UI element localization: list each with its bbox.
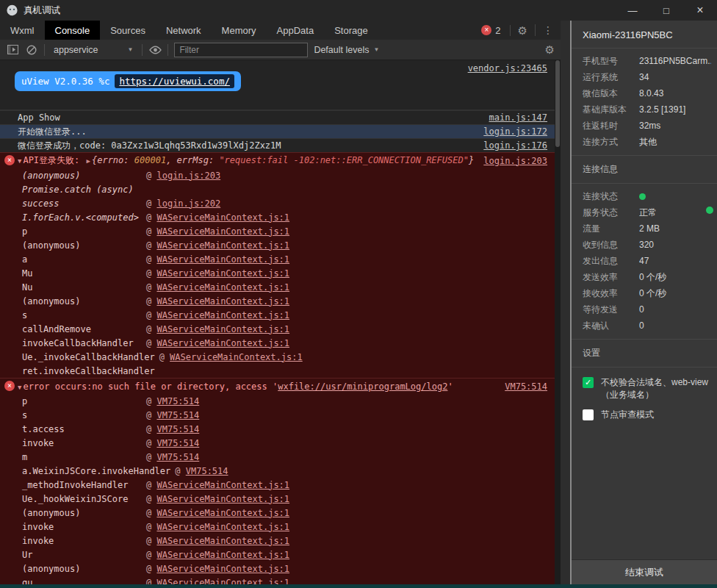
clear-console-icon[interactable] — [25, 43, 38, 57]
stack-source-link[interactable]: VM75:514 — [156, 410, 199, 420]
source-link[interactable]: login.js:172 — [483, 126, 547, 137]
stack-function-name: a — [22, 254, 146, 265]
stack-source-link[interactable]: WAServiceMainContext.js:1 — [156, 226, 289, 237]
filter-input[interactable] — [174, 43, 308, 57]
console-scrollbar[interactable] — [555, 60, 561, 584]
stack-source-link[interactable]: login.js:203 — [156, 171, 220, 181]
stack-source-link[interactable]: WAServiceMainContext.js:1 — [156, 494, 289, 504]
stack-frame-row: p@ VM75:514 — [0, 394, 555, 408]
stack-source-link[interactable]: WAServiceMainContext.js:1 — [156, 310, 289, 320]
tab-console[interactable]: Console — [45, 21, 101, 40]
panel-row-value: 3.2.5 [1391] — [639, 104, 711, 115]
stack-source-link[interactable]: VM75:514 — [186, 466, 228, 476]
error-count-badge[interactable]: × 2 — [481, 25, 510, 36]
error-message: ▼error occurs:no such file or directory,… — [18, 381, 505, 392]
stack-function-name: p — [22, 396, 146, 406]
tab-wxml[interactable]: Wxml — [0, 21, 45, 40]
stack-source-link[interactable]: WAServiceMainContext.js:1 — [156, 550, 289, 560]
panel-row-label: 服务状态 — [583, 207, 639, 219]
stack-source-link[interactable]: WAServiceMainContext.js:1 — [156, 522, 289, 532]
console-sidebar-toggle-icon[interactable] — [6, 43, 19, 57]
stack-source-link[interactable]: WAServiceMainContext.js:1 — [156, 564, 289, 574]
panel-row-value: 正常 — [639, 207, 711, 219]
settings-checkbox[interactable]: 节点审查模式 — [572, 404, 717, 424]
more-options-icon[interactable]: ⋮ — [535, 24, 553, 36]
stack-frame-row: Ue._invokeCallbackHandler@ WAServiceMain… — [0, 350, 555, 364]
source-link[interactable]: main.js:147 — [489, 112, 547, 123]
close-button[interactable]: × — [683, 0, 717, 21]
stack-source-link[interactable]: WAServiceMainContext.js:1 — [170, 352, 303, 362]
tab-storage[interactable]: Storage — [324, 21, 378, 40]
source-link[interactable]: vendor.js:23465 — [468, 63, 547, 74]
stack-source-link[interactable]: WAServiceMainContext.js:1 — [156, 536, 289, 546]
stack-frame-row: success@ login.js:202 — [0, 196, 555, 210]
end-debug-button[interactable]: 结束调试 — [572, 559, 717, 584]
stack-source-link[interactable]: WAServiceMainContext.js:1 — [156, 240, 289, 251]
checkbox-checked[interactable]: ✓ — [583, 377, 594, 388]
stack-function-name: callAndRemove — [22, 324, 146, 334]
error-header: ×▼API登录失败: ▶{errno: 600001, errMsg: "req… — [0, 153, 555, 168]
execution-context-select[interactable]: appservice ▼ — [51, 45, 136, 55]
scrollbar-thumb[interactable] — [555, 60, 560, 147]
eye-icon[interactable] — [148, 43, 162, 57]
stack-source-link[interactable]: VM75:514 — [156, 452, 199, 462]
bottom-status-strip — [0, 584, 717, 588]
devtools-settings-gear-icon[interactable]: ⚙ — [518, 25, 527, 36]
stack-function-name: invoke — [22, 522, 146, 532]
stack-source-link[interactable]: WAServiceMainContext.js:1 — [156, 268, 289, 279]
panel-row-label: 发送效率 — [583, 271, 639, 284]
panel-row-label: 连接方式 — [583, 136, 639, 148]
tab-appdata[interactable]: AppData — [267, 21, 325, 40]
uview-url-link[interactable]: https://uviewui.com/ — [115, 74, 234, 88]
stack-source-link[interactable]: WAServiceMainContext.js:1 — [156, 254, 289, 265]
log-levels-select[interactable]: Default levels ▼ — [314, 45, 379, 55]
window-title: 真机调试 — [24, 4, 60, 17]
console-log: vendor.js:23465 uView V2.0.36 %c https:/… — [0, 60, 555, 584]
panel-row-label: 未确认 — [583, 320, 639, 332]
checkbox-label: 不校验合法域名、web-view（业务域名） — [601, 376, 708, 401]
stack-source-link[interactable]: WAServiceMainContext.js:1 — [156, 338, 289, 348]
checkbox-unchecked[interactable] — [583, 409, 594, 420]
error-icon: × — [4, 381, 15, 391]
source-link[interactable]: VM75:514 — [505, 381, 547, 392]
panel-row: 连接方式其他 — [572, 134, 717, 150]
stack-source-link[interactable]: WAServiceMainContext.js:1 — [156, 480, 289, 490]
stack-function-name: (anonymous) — [22, 296, 146, 306]
log-message: App Show — [18, 112, 489, 123]
panel-row-value: 23116PN5BCarm... — [639, 56, 711, 66]
panel-row-label: 流量 — [583, 223, 639, 235]
stack-source-link[interactable]: VM75:514 — [156, 424, 199, 434]
stack-source-link[interactable]: WAServiceMainContext.js:1 — [156, 282, 289, 293]
stack-source-link[interactable]: WAServiceMainContext.js:1 — [156, 324, 289, 334]
status-dot — [639, 193, 646, 200]
tab-network[interactable]: Network — [156, 21, 212, 40]
stack-frame-row: (anonymous)@ login.js:203 — [0, 168, 555, 182]
stack-source-link[interactable]: WAServiceMainContext.js:1 — [156, 296, 289, 306]
stack-source-link[interactable]: VM75:514 — [156, 438, 199, 448]
stack-frame-row: (anonymous)@ WAServiceMainContext.js:1 — [0, 506, 555, 520]
panel-row-value: 0 — [639, 320, 711, 331]
settings-checkbox[interactable]: ✓不校验合法域名、web-view（业务域名） — [572, 372, 717, 404]
error-file-link[interactable]: wxfile://usr/miniprogramLog/log2 — [278, 381, 447, 392]
context-label: appservice — [54, 45, 98, 55]
stack-source-link[interactable]: WAServiceMainContext.js:1 — [156, 212, 289, 223]
minimize-button[interactable]: — — [616, 0, 649, 21]
console-settings-gear-icon[interactable]: ⚙ — [545, 44, 555, 55]
stack-source-link[interactable]: VM75:514 — [156, 396, 199, 406]
source-link[interactable]: login.js:176 — [483, 140, 547, 151]
tab-memory[interactable]: Memory — [212, 21, 267, 40]
maximize-button[interactable]: □ — [649, 0, 683, 21]
error-header: ×▼error occurs:no such file or directory… — [0, 379, 555, 394]
stack-function-name: s — [22, 410, 146, 420]
stack-source-link[interactable]: WAServiceMainContext.js:1 — [156, 508, 289, 518]
log-message: 微信登录成功，code: 0a3Zxz1w3Lqhq53Rxd1w39lXdj2… — [18, 140, 483, 152]
panel-row-label: 往返耗时 — [583, 120, 639, 132]
source-link[interactable]: login.js:203 — [483, 156, 547, 166]
stack-source-link[interactable]: login.js:202 — [156, 198, 220, 209]
stack-function-name: success — [22, 198, 146, 209]
devtools-pane: WxmlConsoleSourcesNetworkMemoryAppDataSt… — [0, 21, 561, 584]
panel-row: 往返耗时32ms — [572, 118, 717, 134]
stack-source-link[interactable]: WAServiceMainContext.js:1 — [156, 578, 289, 585]
tab-sources[interactable]: Sources — [100, 21, 156, 40]
expand-caret-icon: ▶ — [87, 157, 90, 165]
